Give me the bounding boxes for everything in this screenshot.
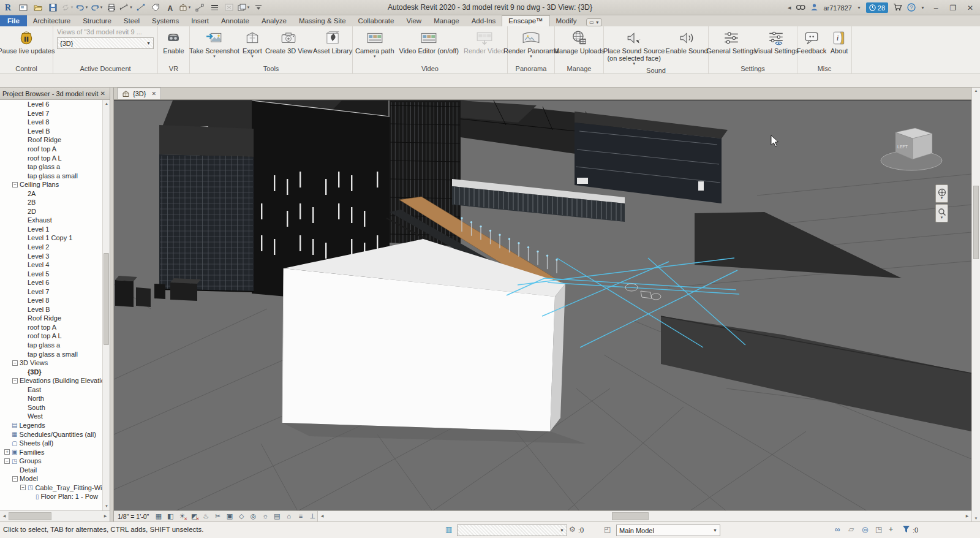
tree-item-level-6[interactable]: Level 6 <box>0 100 102 109</box>
view-scale-button[interactable]: 1/8" = 1'-0" <box>118 513 149 520</box>
tree-item-tap-glass-a[interactable]: tap glass a <box>0 341 102 350</box>
tree-item-west[interactable]: West <box>0 412 102 421</box>
scroll-right-icon[interactable]: ▶ <box>101 511 110 521</box>
ribbon-tab-architecture[interactable]: Architecture <box>27 15 77 26</box>
collapse-infocenter-icon[interactable]: ◀ <box>788 6 791 10</box>
detail-level-icon[interactable]: ▦ <box>154 512 163 521</box>
crop-view-icon[interactable]: ✂ <box>213 512 222 521</box>
ribbon-tab-file[interactable]: File <box>0 15 27 26</box>
view-tab-3d[interactable]: {3D} ✕ <box>117 88 161 99</box>
tree-item-roof-top-a-l[interactable]: roof top A L <box>0 153 102 162</box>
tree-item-tap-glass-a-small[interactable]: tap glass a small <box>0 349 102 358</box>
help-menu-arrow-icon[interactable]: ▼ <box>921 6 925 10</box>
tree-item-roof-top-a-l[interactable]: roof top A L <box>0 332 102 341</box>
active-view-select[interactable]: {3D}▼ <box>57 37 154 49</box>
visual-settings-button[interactable]: Visual Settings <box>756 28 797 55</box>
tree-item-elevations-building-elevation[interactable]: −Elevations (Building Elevation <box>0 376 102 385</box>
close-button[interactable]: ✕ <box>964 4 976 12</box>
show-crop-region-icon[interactable]: ▣ <box>225 512 234 521</box>
tree-item-north[interactable]: North <box>0 394 102 403</box>
user-icon[interactable] <box>810 3 818 12</box>
section-button[interactable] <box>193 1 206 13</box>
sun-path-icon[interactable]: ☀✕ <box>178 512 187 521</box>
ribbon-tab-systems[interactable]: Systems <box>146 15 185 26</box>
steering-wheel-button[interactable]: ▼ <box>935 184 948 203</box>
create-3d-view-button[interactable]: Create 3D View <box>266 28 312 55</box>
redo-button[interactable]: ▼ <box>90 1 104 13</box>
tree-item-groups[interactable]: −◳Groups <box>0 457 102 466</box>
customize-qat-button[interactable] <box>252 1 265 13</box>
scroll-down-icon[interactable]: ▼ <box>103 502 110 510</box>
view-tab-close-icon[interactable]: ✕ <box>151 91 156 97</box>
tree-item-floor-plan-1-pow[interactable]: ▯Floor Plan: 1 - Pow <box>0 492 102 501</box>
tree-item-south[interactable]: South <box>0 403 102 412</box>
drawing-area[interactable]: LEFT ▼ ▼ <box>114 100 971 510</box>
switch-windows-button[interactable]: ▼ <box>237 1 251 13</box>
temporary-view-properties-icon[interactable]: ▤ <box>273 512 282 521</box>
tree-item-level-7[interactable]: Level 7 <box>0 109 102 118</box>
text-button[interactable]: A <box>164 1 177 13</box>
pending-notifications-badge[interactable]: 28 <box>866 2 888 13</box>
tree-item-2d[interactable]: 2D <box>0 207 102 216</box>
scroll-down-icon[interactable]: ▼ <box>972 517 980 520</box>
thin-lines-button[interactable] <box>208 1 221 13</box>
scroll-thumb[interactable] <box>973 186 979 259</box>
aligned-dimension-button[interactable] <box>134 1 148 13</box>
restore-button[interactable]: ❐ <box>947 4 959 12</box>
filter-icon[interactable] <box>902 525 910 535</box>
place-sound-source-button[interactable]: Place Sound Source(on selected face)▼ <box>604 28 664 66</box>
feedback-button[interactable]: Feedback <box>797 28 826 55</box>
revit-logo[interactable]: R <box>2 1 15 13</box>
tree-item-tap-glass-a-small[interactable]: tap glass a small <box>0 171 102 180</box>
default-3d-view-button[interactable]: ▼ <box>178 1 192 13</box>
app-store-cart-icon[interactable] <box>893 3 902 12</box>
ribbon-tab-steel[interactable]: Steel <box>118 15 146 26</box>
tree-item-ceiling-plans[interactable]: −Ceiling Plans <box>0 180 102 189</box>
editing-requests-icon[interactable]: ⚙ <box>569 525 576 534</box>
asset-library-button[interactable]: Asset Library <box>313 28 352 55</box>
tree-item-roof-ridge[interactable]: Roof Ridge <box>0 135 102 145</box>
scroll-thumb[interactable] <box>612 512 649 520</box>
about-button[interactable]: iAbout <box>827 28 851 55</box>
tree-item-level-6[interactable]: Level 6 <box>0 278 102 287</box>
ribbon-tab-enscape-[interactable]: Enscape™ <box>502 15 549 26</box>
tree-item-2b[interactable]: 2B <box>0 198 102 207</box>
tree-item-level-8[interactable]: Level 8 <box>0 118 102 127</box>
zoom-button[interactable]: ▼ <box>935 204 948 222</box>
scroll-up-icon[interactable]: ▲ <box>972 89 980 93</box>
ribbon-tab-structure[interactable]: Structure <box>77 15 118 26</box>
ribbon-tab-insert[interactable]: Insert <box>185 15 215 26</box>
collapse-icon[interactable]: − <box>12 360 18 366</box>
ribbon-tab-manage[interactable]: Manage <box>428 15 466 26</box>
open-button[interactable] <box>31 1 45 13</box>
sync-with-central-button[interactable]: ▼ <box>61 1 74 13</box>
pause-live-updates-button[interactable]: Pause live updates <box>0 28 53 55</box>
unlocked-3d-view-icon[interactable]: ◇ <box>237 512 246 521</box>
scroll-left-icon[interactable]: ◀ <box>318 511 326 521</box>
zoom-menu-arrow-icon[interactable]: ▼ <box>940 216 944 219</box>
shadows-icon[interactable]: ◩✕ <box>189 512 198 521</box>
tree-item-level-8[interactable]: Level 8 <box>0 296 102 305</box>
wheel-menu-arrow-icon[interactable]: ▼ <box>940 197 944 200</box>
collapse-icon[interactable]: − <box>12 378 18 384</box>
ribbon-tab-add-ins[interactable]: Add-Ins <box>466 15 502 26</box>
drawing-vscrollbar[interactable]: ▲ ▼ <box>971 88 980 521</box>
tree-item-detail[interactable]: Detail <box>0 465 102 474</box>
save-button[interactable] <box>46 1 59 13</box>
tree-item--3d-[interactable]: {3D} <box>0 367 102 376</box>
select-by-face-icon[interactable]: ◳ <box>875 525 882 534</box>
minimize-button[interactable]: – <box>930 4 942 12</box>
tree-item-tap-glass-a[interactable]: tap glass a <box>0 162 102 172</box>
reveal-hidden-elements-icon[interactable]: ☼ <box>260 512 270 521</box>
tree-item-level-1-copy-1[interactable]: Level 1 Copy 1 <box>0 233 102 243</box>
help-icon[interactable]: ? <box>907 3 916 13</box>
project-browser-close-icon[interactable]: ✕ <box>99 90 107 97</box>
home-button[interactable] <box>17 1 30 13</box>
collapse-icon[interactable]: − <box>20 485 26 490</box>
tree-item-level-1[interactable]: Level 1 <box>0 225 102 234</box>
project-browser-header[interactable]: Project Browser - 3d model revit 9... ✕ <box>0 88 110 100</box>
tree-item-schedules-quantities-all-[interactable]: ▦Schedules/Quantities (all) <box>0 430 102 439</box>
render-video-button[interactable]: Render Video <box>462 28 507 55</box>
scroll-thumb[interactable] <box>9 512 51 520</box>
collapse-icon[interactable]: − <box>12 476 18 482</box>
